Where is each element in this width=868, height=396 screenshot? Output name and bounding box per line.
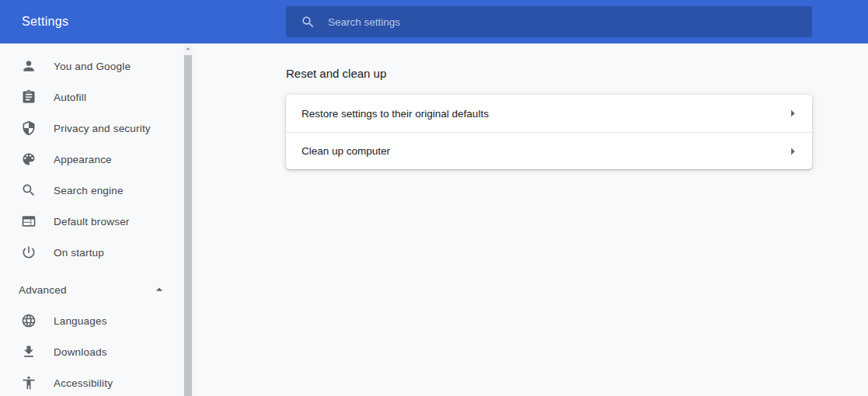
row-label: Clean up computer [302, 145, 390, 157]
sidebar-item-advanced[interactable]: Advanced [0, 274, 183, 305]
sidebar-item-you-and-google[interactable]: You and Google [0, 50, 183, 82]
chevron-up-icon [152, 282, 167, 297]
row-restore-settings[interactable]: Restore settings to their original defau… [286, 95, 812, 132]
sidebar-item-label: Languages [54, 315, 107, 327]
arrow-right-icon [784, 105, 801, 122]
main-content: Reset and clean up Restore settings to t… [193, 43, 868, 396]
row-label: Restore settings to their original defau… [302, 108, 489, 120]
globe-icon [21, 313, 37, 328]
person-icon [21, 58, 37, 74]
sidebar-item-default-browser[interactable]: Default browser [0, 206, 183, 237]
scroll-up-arrow-icon[interactable] [183, 43, 193, 54]
sidebar-item-downloads[interactable]: Downloads [0, 336, 183, 367]
settings-searchbox[interactable] [286, 6, 812, 37]
search-icon [21, 182, 37, 198]
reset-and-clean-up-card: Restore settings to their original defau… [286, 95, 812, 169]
sidebar-item-label: Privacy and security [54, 123, 151, 134]
search-icon [301, 15, 315, 30]
palette-icon [21, 151, 37, 167]
sidebar-item-label: Accessibility [54, 377, 113, 389]
body: You and Google Autofill Privacy and secu… [0, 43, 868, 396]
sidebar-item-autofill[interactable]: Autofill [0, 82, 183, 113]
sidebar: You and Google Autofill Privacy and secu… [0, 43, 183, 396]
arrow-right-icon [784, 143, 801, 160]
sidebar-item-on-startup[interactable]: On startup [0, 237, 183, 268]
header: Settings [0, 0, 868, 43]
scrollbar-thumb[interactable] [184, 55, 192, 396]
sidebar-item-label: Default browser [54, 216, 130, 228]
search-input[interactable] [326, 16, 777, 29]
sidebar-item-label: On startup [54, 247, 104, 259]
power-icon [21, 245, 37, 260]
accessibility-icon [21, 375, 37, 391]
sidebar-item-languages[interactable]: Languages [0, 305, 183, 336]
advanced-label: Advanced [19, 284, 67, 296]
sidebar-item-label: Appearance [54, 154, 112, 165]
sidebar-scrollbar[interactable] [183, 43, 193, 396]
sidebar-item-label: Autofill [54, 92, 86, 103]
page-title: Settings [22, 15, 68, 29]
sidebar-item-label: You and Google [54, 61, 131, 72]
sidebar-item-appearance[interactable]: Appearance [0, 144, 183, 175]
sidebar-item-search-engine[interactable]: Search engine [0, 175, 183, 206]
browser-window-icon [21, 214, 37, 229]
sidebar-item-label: Search engine [54, 185, 124, 196]
row-clean-up-computer[interactable]: Clean up computer [286, 132, 812, 169]
sidebar-item-privacy-and-security[interactable]: Privacy and security [0, 113, 183, 144]
section-title: Reset and clean up [286, 65, 868, 82]
shield-icon [21, 120, 37, 136]
sidebar-item-label: Downloads [54, 346, 107, 358]
download-icon [21, 344, 37, 360]
clipboard-icon [21, 89, 37, 105]
chrome-settings-window: Settings You and Google Autofill [0, 0, 868, 396]
sidebar-item-accessibility[interactable]: Accessibility [0, 367, 183, 396]
